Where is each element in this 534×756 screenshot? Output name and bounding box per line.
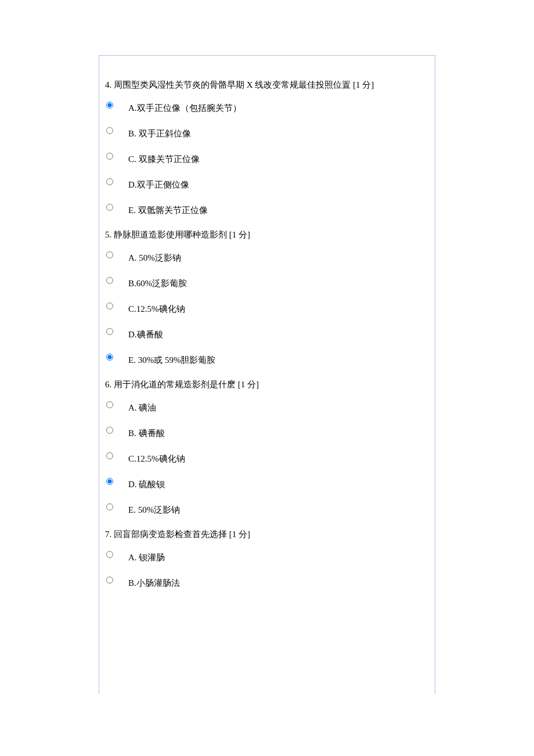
radio-wrap (105, 247, 128, 262)
radio-wrap (105, 273, 128, 288)
option-row: A. 50%泛影钠 (105, 247, 429, 265)
option-radio[interactable] (106, 551, 113, 558)
question-points: [1 分] (353, 80, 374, 89)
option-row: B.60%泛影葡胺 (105, 273, 429, 290)
radio-wrap (105, 324, 128, 339)
radio-wrap (105, 98, 128, 113)
option-text: B. 双手正斜位像 (128, 123, 429, 141)
option-radio[interactable] (106, 153, 113, 160)
option-radio[interactable] (106, 503, 113, 510)
option-text: E. 双骶髂关节正位像 (128, 200, 429, 217)
question-block: 7. 回盲部病变造影检查首先选择 [1 分]A. 钡灌肠B.小肠灌肠法 (105, 527, 429, 590)
option-radio[interactable] (106, 251, 113, 258)
option-radio[interactable] (106, 328, 113, 335)
option-text: C.12.5%碘化钠 (128, 448, 429, 466)
option-row: B.小肠灌肠法 (105, 573, 429, 590)
option-radio[interactable] (106, 303, 113, 309)
option-radio[interactable] (106, 427, 113, 434)
question-number: 5. (105, 230, 111, 239)
option-text: C. 双膝关节正位像 (128, 149, 429, 166)
radio-wrap (105, 448, 128, 463)
question-stem: 回盲部病变造影检查首先选择 (111, 530, 229, 539)
question-text: 6. 用于消化道的常规造影剂是什麽 [1 分] (105, 377, 429, 391)
radio-wrap (105, 423, 128, 438)
option-radio[interactable] (106, 577, 113, 584)
question-points: [1 分] (238, 380, 259, 389)
question-number: 7. (105, 530, 111, 539)
radio-wrap (105, 499, 128, 514)
question-text: 7. 回盲部病变造影检查首先选择 [1 分] (105, 527, 429, 541)
option-radio[interactable] (106, 401, 113, 408)
option-row: E. 50%泛影钠 (105, 499, 429, 517)
question-stem: 静脉胆道造影使用哪种造影剂 (111, 230, 229, 239)
option-radio[interactable] (106, 452, 113, 459)
option-radio[interactable] (106, 102, 113, 109)
radio-wrap (105, 200, 128, 215)
radio-wrap (105, 474, 128, 489)
option-row: B. 双手正斜位像 (105, 123, 429, 141)
option-row: A.双手正位像（包括腕关节） (105, 98, 429, 115)
option-row: D.双手正侧位像 (105, 174, 429, 192)
question-points: [1 分] (229, 230, 250, 239)
option-row: E. 30%或 59%胆影葡胺 (105, 350, 429, 367)
question-stem: 周围型类风湿性关节炎的骨骼早期 X 线改变常规最佳投照位置 (111, 80, 353, 89)
question-block: 5. 静脉胆道造影使用哪种造影剂 [1 分]A. 50%泛影钠B.60%泛影葡胺… (105, 228, 429, 367)
question-block: 6. 用于消化道的常规造影剂是什麽 [1 分]A. 碘油B. 碘番酸C.12.5… (105, 377, 429, 517)
option-text: A.双手正位像（包括腕关节） (128, 98, 429, 115)
question-text: 5. 静脉胆道造影使用哪种造影剂 [1 分] (105, 228, 429, 242)
quiz-container: 4. 周围型类风湿性关节炎的骨骼早期 X 线改变常规最佳投照位置 [1 分]A.… (99, 55, 435, 694)
radio-wrap (105, 149, 128, 164)
option-row: E. 双骶髂关节正位像 (105, 200, 429, 217)
radio-wrap (105, 547, 128, 562)
option-radio[interactable] (106, 204, 113, 211)
option-text: A. 碘油 (128, 397, 429, 415)
question-text: 4. 周围型类风湿性关节炎的骨骼早期 X 线改变常规最佳投照位置 [1 分] (105, 78, 429, 92)
radio-wrap (105, 123, 128, 138)
option-text: A. 50%泛影钠 (128, 247, 429, 265)
radio-wrap (105, 298, 128, 314)
option-radio[interactable] (106, 178, 113, 185)
option-text: D.双手正侧位像 (128, 174, 429, 192)
option-row: C.12.5%碘化钠 (105, 298, 429, 316)
option-text: A. 钡灌肠 (128, 547, 429, 564)
option-text: C.12.5%碘化钠 (128, 298, 429, 316)
option-row: A. 碘油 (105, 397, 429, 415)
question-number: 4. (105, 80, 111, 89)
option-row: A. 钡灌肠 (105, 547, 429, 564)
option-radio[interactable] (106, 478, 113, 485)
question-block: 4. 周围型类风湿性关节炎的骨骼早期 X 线改变常规最佳投照位置 [1 分]A.… (105, 78, 429, 217)
option-text: E. 50%泛影钠 (128, 499, 429, 517)
option-radio[interactable] (106, 277, 113, 284)
option-radio[interactable] (106, 127, 113, 134)
option-text: D.碘番酸 (128, 324, 429, 341)
question-number: 6. (105, 380, 111, 389)
option-radio[interactable] (106, 354, 113, 361)
radio-wrap (105, 397, 128, 412)
option-text: B.小肠灌肠法 (128, 573, 429, 590)
option-row: C. 双膝关节正位像 (105, 149, 429, 166)
option-text: E. 30%或 59%胆影葡胺 (128, 350, 429, 367)
option-text: D. 硫酸钡 (128, 474, 429, 491)
option-row: C.12.5%碘化钠 (105, 448, 429, 466)
option-text: B.60%泛影葡胺 (128, 273, 429, 290)
radio-wrap (105, 174, 128, 189)
question-stem: 用于消化道的常规造影剂是什麽 (111, 380, 238, 389)
radio-wrap (105, 573, 128, 588)
option-row: B. 碘番酸 (105, 423, 429, 440)
option-text: B. 碘番酸 (128, 423, 429, 440)
option-row: D. 硫酸钡 (105, 474, 429, 491)
radio-wrap (105, 350, 128, 365)
option-row: D.碘番酸 (105, 324, 429, 341)
question-points: [1 分] (229, 530, 250, 539)
